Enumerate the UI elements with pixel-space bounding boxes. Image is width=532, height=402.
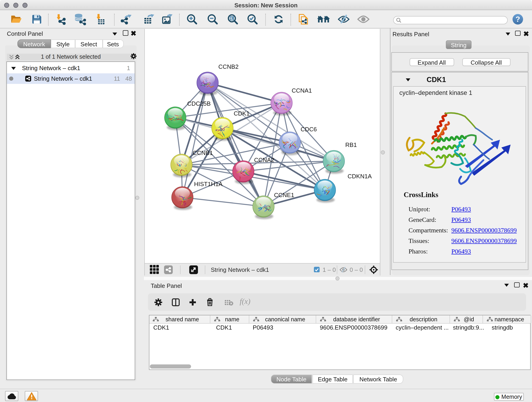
svg-text:RB1: RB1 [345, 141, 357, 148]
svg-text:CCNE1: CCNE1 [274, 191, 294, 198]
svg-text:CDC25B: CDC25B [187, 100, 211, 107]
svg-text:CCNA1: CCNA1 [292, 87, 312, 94]
svg-text:CCNB1: CCNB1 [193, 149, 213, 156]
svg-text:CDKN1A: CDKN1A [348, 172, 372, 179]
svg-text:CCNB2: CCNB2 [218, 63, 239, 70]
svg-text:?: ? [515, 15, 520, 23]
svg-text:CCNA2: CCNA2 [254, 156, 274, 163]
svg-text:HIST1H1A: HIST1H1A [194, 180, 223, 187]
svg-text:CDC6: CDC6 [301, 126, 317, 133]
svg-text:CDK1: CDK1 [234, 110, 249, 117]
